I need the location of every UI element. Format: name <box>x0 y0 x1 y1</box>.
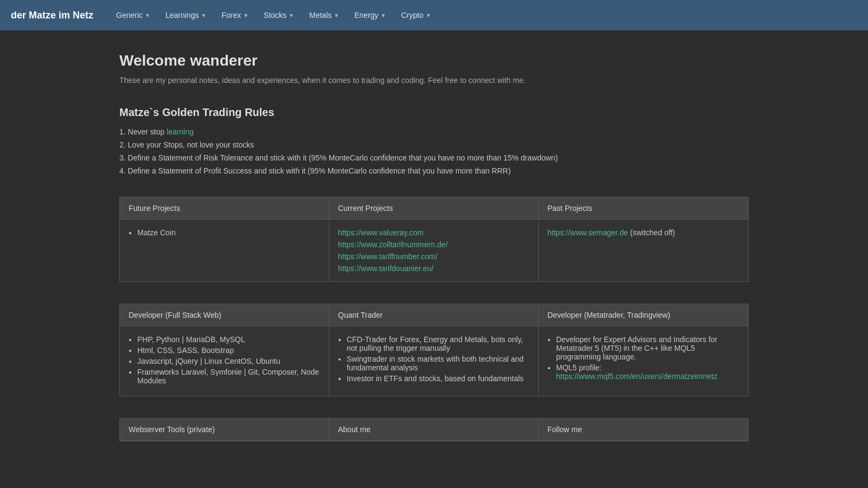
nav-item-crypto[interactable]: Crypto▼ <box>394 7 437 24</box>
dev-skill-item: Frameworks Laravel, Symfonie | Git, Comp… <box>137 368 320 385</box>
caret-icon: ▼ <box>243 12 248 18</box>
bottom-table: Webserver Tools (private) About me Follo… <box>119 418 749 441</box>
trading-rule-2: Love your Stops, not love your stocks <box>119 140 749 149</box>
skills-cell-dev: PHP, Python | MariaDB, MySQLHtml, CSS, S… <box>120 326 329 396</box>
projects-cell-past: https://www.semager.de (switched off) <box>539 220 748 281</box>
caret-icon: ▼ <box>289 12 294 18</box>
quant-skill-item: CFD-Trader for Forex, Energy and Metals,… <box>347 335 529 352</box>
skills-header-meta: Developer (Metatrader, Tradingview) <box>539 304 748 326</box>
future-projects-list: Matze Coin <box>129 228 320 237</box>
bottom-header-webserver: Webserver Tools (private) <box>120 419 329 441</box>
navbar: der Matze im Netz Generic▼Learnings▼Fore… <box>0 0 868 30</box>
trading-rules-list: Never stop learningLove your Stops, not … <box>119 127 749 175</box>
bottom-table-grid: Webserver Tools (private) About me Follo… <box>120 419 748 441</box>
future-project-item: Matze Coin <box>137 228 320 237</box>
skills-cell-quant: CFD-Trader for Forex, Energy and Metals,… <box>329 326 539 396</box>
skills-cell-meta: Developer for Expert Advisors and Indica… <box>539 326 748 396</box>
main-content: Welcome wanderer These are my personal n… <box>108 30 760 485</box>
trading-rule-4: Define a Statement of Profit Success and… <box>119 166 749 175</box>
nav-label: Generic <box>116 11 143 20</box>
meta-skill-item: MQL5 profile: https://www.mql5.com/en/us… <box>556 363 739 381</box>
nav-label: Learnings <box>165 11 199 20</box>
caret-icon: ▼ <box>145 12 150 18</box>
nav-item-forex[interactable]: Forex▼ <box>215 7 255 24</box>
projects-cell-current: https://www.valueray.comhttps://www.zoll… <box>329 220 539 281</box>
page-subtitle: These are my personal notes, ideas and e… <box>119 76 749 85</box>
bottom-header-about: About me <box>329 419 539 441</box>
rule-text: Never stop <box>128 127 167 136</box>
mql5-profile-link[interactable]: https://www.mql5.com/en/users/dermatzeim… <box>556 372 717 381</box>
current-project-link[interactable]: https://www.valueray.com <box>338 228 529 237</box>
current-projects-links: https://www.valueray.comhttps://www.zoll… <box>338 228 529 273</box>
page-title: Welcome wanderer <box>119 52 749 69</box>
trading-rule-1: Never stop learning <box>119 127 749 136</box>
past-project-item: https://www.semager.de (switched off) <box>547 228 675 237</box>
meta-skill-item: Developer for Expert Advisors and Indica… <box>556 335 739 361</box>
caret-icon: ▼ <box>426 12 431 18</box>
current-project-link[interactable]: https://www.tarifdouanier.eu/ <box>338 264 529 273</box>
current-project-link[interactable]: https://www.tariffnumber.com/ <box>338 252 529 261</box>
nav-label: Energy <box>354 11 378 20</box>
current-project-link[interactable]: https://www.zolltarifnummern.de/ <box>338 240 529 249</box>
nav-item-metals[interactable]: Metals▼ <box>303 7 346 24</box>
projects-table-grid: Future Projects Current Projects Past Pr… <box>120 197 748 281</box>
quant-skill-item: Swingtrader in stock markets with both t… <box>347 355 529 372</box>
nav-item-energy[interactable]: Energy▼ <box>348 7 392 24</box>
rule-link[interactable]: learning <box>167 127 194 136</box>
nav-label: Stocks <box>264 11 286 20</box>
projects-header-past: Past Projects <box>539 197 748 220</box>
dev-skills-list: PHP, Python | MariaDB, MySQLHtml, CSS, S… <box>129 335 320 385</box>
nav-item-generic[interactable]: Generic▼ <box>110 7 157 24</box>
bottom-header-follow: Follow me <box>539 419 748 441</box>
projects-header-current: Current Projects <box>329 197 539 220</box>
skills-table: Developer (Full Stack Web) Quant Trader … <box>119 304 749 396</box>
projects-header-future: Future Projects <box>120 197 329 220</box>
nav-items: Generic▼Learnings▼Forex▼Stocks▼Metals▼En… <box>110 7 438 24</box>
dev-skill-item: PHP, Python | MariaDB, MySQL <box>137 335 320 344</box>
nav-item-stocks[interactable]: Stocks▼ <box>257 7 301 24</box>
trading-rules-heading: Matze`s Golden Trading Rules <box>119 106 749 119</box>
past-project-link[interactable]: https://www.semager.de <box>547 228 628 237</box>
skills-table-grid: Developer (Full Stack Web) Quant Trader … <box>120 304 748 396</box>
nav-brand: der Matze im Netz <box>11 10 93 21</box>
meta-skills-list: Developer for Expert Advisors and Indica… <box>547 335 739 381</box>
projects-table: Future Projects Current Projects Past Pr… <box>119 197 749 282</box>
caret-icon: ▼ <box>381 12 386 18</box>
nav-label: Metals <box>309 11 331 20</box>
projects-cell-future: Matze Coin <box>120 220 329 281</box>
dev-skill-item: Html, CSS, SASS, Bootstrap <box>137 346 320 355</box>
caret-icon: ▼ <box>201 12 206 18</box>
caret-icon: ▼ <box>334 12 339 18</box>
quant-skill-item: Investor in ETFs and stocks, based on fu… <box>347 374 529 383</box>
trading-rule-3: Define a Statement of Risk Tolerance and… <box>119 153 749 162</box>
nav-label: Crypto <box>401 11 423 20</box>
dev-skill-item: Javascript, jQuery | Linux CentOS, Ubunt… <box>137 357 320 365</box>
nav-label: Forex <box>221 11 241 20</box>
nav-item-learnings[interactable]: Learnings▼ <box>159 7 213 24</box>
quant-skills-list: CFD-Trader for Forex, Energy and Metals,… <box>338 335 529 383</box>
skills-header-dev: Developer (Full Stack Web) <box>120 304 329 326</box>
skills-header-quant: Quant Trader <box>329 304 539 326</box>
